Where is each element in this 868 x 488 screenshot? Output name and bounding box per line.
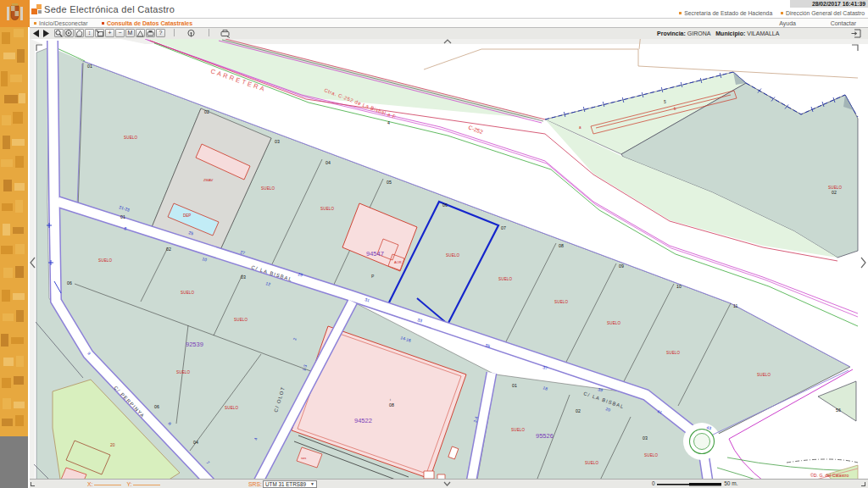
toolbar-separator [174,29,175,36]
bullet-icon [781,12,783,14]
page-title: Sede Electrónica del Catastro [44,4,175,14]
svg-text:03: 03 [275,139,280,144]
link-contactar[interactable]: Contactar [831,20,856,26]
pan-tool-button[interactable] [75,29,84,37]
status-bar: X:Y: SRS: UTM 31 ETRS89▼ 0 50 m. [30,479,868,488]
svg-text:SUELO: SUELO [644,453,659,458]
svg-text:i: i [390,397,391,402]
svg-text:07: 07 [501,225,506,230]
cadastral-map[interactable]: 01 02 03 04 05 06 07 08 09 10 11 02 4 56… [30,39,868,479]
print-tool-button[interactable] [146,29,155,37]
tab-inicio-desconectar[interactable]: Inicio/Desconectar [39,20,88,26]
select-tool-button[interactable] [95,29,104,37]
spain-coat-of-arms-logo [0,0,30,27]
zoom-plus-button[interactable]: + [105,29,114,37]
help-tool-button[interactable]: ? [156,29,165,37]
svg-text:04: 04 [326,160,331,165]
svg-text:95526: 95526 [536,432,554,440]
bullet-icon [102,22,104,25]
corner-mark [31,482,35,486]
svg-text:20: 20 [110,442,115,447]
svg-text:ZMAV: ZMAV [203,178,214,182]
svg-text:SUELO: SUELO [446,253,460,258]
svg-text:SUELO: SUELO [607,321,621,325]
link-catastro[interactable]: Dirección General del Catastro [786,10,865,16]
toolbar-separator [209,29,209,36]
svg-text:03: 03 [241,274,246,280]
link-ayuda[interactable]: Ayuda [779,20,796,26]
svg-text:01: 01 [87,64,92,69]
map-copyright: ©D. G. del Catastro [810,473,849,478]
svg-text:5: 5 [664,99,666,104]
zoom-window-tool-button[interactable] [64,29,74,37]
y-value-field [133,485,160,485]
srs-label: SRS: [248,481,262,487]
provincia-value: GIRONA [687,30,711,36]
svg-text:DEP: DEP [183,214,191,218]
zoom-in-tool-button[interactable] [54,29,64,37]
svg-text:sos: sos [301,456,306,460]
svg-text:08: 08 [389,402,394,408]
svg-text:08: 08 [559,243,564,248]
app-header: Sede Electrónica del Catastro 28/02/2017… [30,0,868,19]
measure-tool-button[interactable]: M [125,29,135,37]
provincia-label: Provincia: [657,30,686,36]
svg-text:06: 06 [67,280,72,286]
svg-text:SUELO: SUELO [176,370,191,374]
corner-mark [861,482,865,486]
svg-text:09: 09 [619,263,624,269]
svg-text:SUELO: SUELO [554,300,569,304]
x-label: X: [87,481,92,487]
svg-text:SUELO: SUELO [320,207,335,211]
svg-text:11: 11 [733,303,737,308]
srs-select[interactable]: UTM 31 ETRS89▼ [263,480,317,488]
svg-text:SUELO: SUELO [181,291,195,295]
municipio-label: Municipio: [715,30,745,36]
previous-view-tool-button[interactable]: ↕ [85,29,94,37]
svg-text:56: 56 [836,408,841,413]
svg-text:03: 03 [643,435,648,441]
svg-text:SUELO: SUELO [124,136,138,140]
link-hacienda[interactable]: Secretaría de Estado de Hacienda [684,10,772,16]
svg-text:SUELO: SUELO [828,186,843,190]
bullet-icon [34,22,36,25]
svg-text:06: 06 [442,202,448,208]
datetime: 28/02/2017 16:41:39 [790,0,868,8]
svg-text:SUELO: SUELO [225,406,239,410]
x-value-field [94,485,121,485]
svg-text:SUELO: SUELO [585,461,599,465]
zoom-minus-button[interactable]: − [115,29,125,37]
municipio-value: VILAMALLA [747,30,779,36]
svg-text:06: 06 [154,404,159,409]
svg-text:SUELO: SUELO [757,373,771,377]
svg-text:SUELO: SUELO [498,277,513,281]
svg-text:SUELO: SUELO [261,186,275,191]
pan-down-icon[interactable] [443,481,451,487]
svg-text:02: 02 [166,247,171,252]
svg-text:94547: 94547 [366,250,384,258]
svg-text:SUELO: SUELO [511,428,526,432]
svg-text:SUELO: SUELO [98,258,113,263]
bullet-icon [679,12,682,14]
scale-bar: 0 50 m. [652,480,738,487]
area-tool-button[interactable] [136,29,145,37]
tab-consulta-datos[interactable]: Consulta de Datos Catastrales [107,20,192,26]
svg-text:01: 01 [120,214,125,219]
svg-text:4: 4 [387,120,390,125]
print-map-tool-icon[interactable] [220,29,231,38]
history-arrows[interactable] [32,30,51,37]
svg-text:05: 05 [387,180,392,185]
svg-text:SUELO: SUELO [666,351,681,355]
map-toolbar: ↕ + − M ? Provincia: GIRONA Municipio: V… [30,28,868,40]
svg-text:02: 02 [204,109,209,114]
svg-text:01: 01 [512,383,517,388]
svg-text:02: 02 [576,408,581,413]
info-point-tool-icon[interactable] [186,29,196,38]
exit-icon[interactable] [851,29,861,38]
svg-text:AOR: AOR [394,260,402,264]
svg-text:SUELO: SUELO [234,318,248,322]
svg-text:02: 02 [832,190,837,195]
svg-text:92539: 92539 [186,341,203,348]
aerial-photo-strip [0,27,28,488]
y-label: Y: [126,481,131,487]
